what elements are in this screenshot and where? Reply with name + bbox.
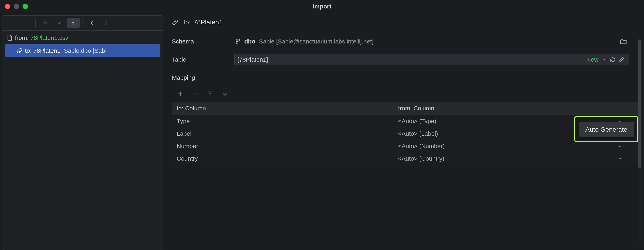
- tree-row-from[interactable]: from: 78Platen1.csv: [3, 32, 162, 43]
- source-tree: from: 78Platen1.csv to: 78Platen1 Sable.…: [2, 30, 162, 60]
- cell-to: Label: [172, 128, 393, 140]
- grid-header: to: Column from: Column: [172, 102, 639, 115]
- grid-row[interactable]: Type <Auto> (Type): [172, 115, 639, 128]
- edit-icon[interactable]: [617, 55, 626, 64]
- move-up-button[interactable]: [39, 18, 52, 28]
- chevron-down-icon[interactable]: [599, 55, 608, 64]
- back-button[interactable]: [86, 18, 98, 28]
- left-toolbar: [2, 16, 162, 30]
- column-header-to[interactable]: to: Column: [172, 102, 393, 114]
- mapping-up-button[interactable]: [204, 88, 216, 99]
- mapping-label-row: Mapping: [172, 69, 639, 87]
- scrollbar-thumb[interactable]: [638, 40, 641, 168]
- forward-button[interactable]: [100, 18, 113, 28]
- file-icon: [7, 34, 12, 41]
- tooltip-highlight: Auto Generate: [574, 116, 638, 142]
- mapping-label: Mapping: [172, 74, 234, 81]
- new-badge: New: [586, 56, 598, 63]
- content: from: 78Platen1.csv to: 78Platen1 Sable.…: [0, 13, 644, 250]
- mapping-toolbar: [172, 87, 639, 101]
- chevron-down-icon[interactable]: [618, 144, 622, 148]
- refresh-icon[interactable]: [608, 55, 617, 64]
- cell-to: Type: [172, 115, 393, 127]
- move-down-button[interactable]: [53, 18, 66, 28]
- cell-to: Number: [172, 140, 393, 152]
- mapping-down-button[interactable]: [218, 88, 232, 99]
- cell-from: <Auto> (Type): [398, 118, 436, 124]
- column-header-from[interactable]: from: Column: [393, 102, 639, 114]
- mapping-add-button[interactable]: [174, 88, 187, 99]
- header-to-value: 78Platen1: [194, 18, 222, 26]
- from-label: from:: [15, 34, 28, 41]
- to-context: Sable.dbo [Sabl: [64, 47, 107, 54]
- svg-rect-1: [238, 39, 240, 41]
- schema-field[interactable]: dbo Sable [Sable@sanctuarium.labs.intell…: [234, 38, 639, 45]
- tooltip: Auto Generate: [578, 122, 634, 137]
- to-target: 78Platen1: [34, 47, 60, 54]
- schema-icon: [234, 38, 240, 44]
- grid-row[interactable]: Number <Auto> (Number): [172, 140, 639, 152]
- schema-context: Sable [Sable@sanctuarium.labs.intellij.n…: [259, 38, 374, 45]
- table-label: Table: [172, 56, 234, 63]
- svg-rect-2: [236, 42, 238, 44]
- tree-row-to[interactable]: to: 78Platen1 Sable.dbo [Sabl: [5, 44, 160, 57]
- schema-label: Schema: [172, 38, 234, 45]
- header-row: to: 78Platen1: [172, 17, 639, 26]
- folder-button[interactable]: [620, 38, 627, 44]
- cell-from: <Auto> (Label): [398, 130, 438, 137]
- table-value: [78Platen1]: [238, 56, 586, 63]
- table-row: Table [78Platen1] New: [172, 50, 639, 69]
- grid-row[interactable]: Label <Auto> (Label): [172, 128, 639, 140]
- remove-button[interactable]: [20, 18, 32, 28]
- svg-rect-0: [235, 39, 237, 41]
- up-arrow-button[interactable]: [67, 18, 80, 28]
- scrollbar[interactable]: [638, 40, 642, 242]
- close-window-button[interactable]: [5, 4, 10, 9]
- chevron-down-icon[interactable]: [618, 156, 622, 161]
- form: Schema dbo Sable [Sable@sanctuarium.labs…: [172, 32, 639, 165]
- link-icon: [172, 19, 178, 26]
- schema-row: Schema dbo Sable [Sable@sanctuarium.labs…: [172, 32, 639, 50]
- grid-row[interactable]: Country <Auto> (Country): [172, 152, 639, 165]
- window-title: Import: [0, 3, 644, 10]
- separator: [82, 19, 83, 27]
- separator: [36, 19, 36, 27]
- titlebar: Import: [0, 0, 644, 13]
- left-panel: from: 78Platen1.csv to: 78Platen1 Sable.…: [2, 15, 163, 250]
- from-filename: 78Platen1.csv: [30, 34, 68, 41]
- window-controls: [5, 4, 28, 9]
- zoom-window-button[interactable]: [22, 4, 28, 9]
- table-input[interactable]: [78Platen1] New: [234, 54, 629, 65]
- cell-to: Country: [172, 152, 393, 165]
- cell-from: <Auto> (Country): [398, 155, 444, 162]
- cell-from: <Auto> (Number): [398, 143, 445, 150]
- right-panel: to: 78Platen1 Schema dbo Sable [Sable@sa…: [167, 15, 642, 250]
- header-to-label: to:: [184, 18, 191, 26]
- add-button[interactable]: [6, 18, 18, 28]
- schema-name: dbo: [244, 38, 256, 45]
- mapping-grid: to: Column from: Column Type <Auto> (Typ…: [172, 102, 639, 165]
- link-icon: [16, 48, 22, 54]
- minimize-window-button[interactable]: [14, 4, 19, 9]
- to-label: to:: [25, 47, 32, 54]
- mapping-remove-button[interactable]: [189, 88, 202, 99]
